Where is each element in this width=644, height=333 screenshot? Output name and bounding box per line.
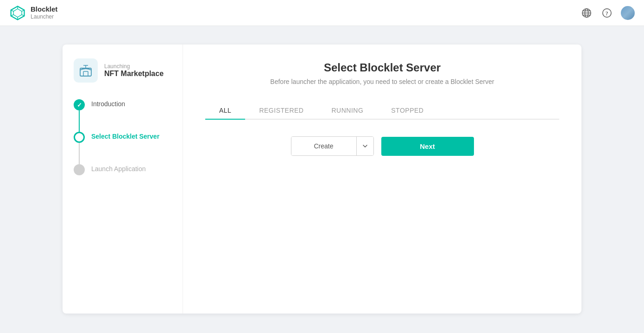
app-info-text: Launching NFT Marketplace	[104, 63, 164, 78]
globe-icon[interactable]	[580, 6, 593, 19]
main-area: Launching NFT Marketplace ✓ Introduction	[0, 26, 644, 333]
app-name: NFT Marketplace	[104, 70, 164, 77]
step-introduction: ✓ Introduction	[74, 99, 171, 132]
tab-running[interactable]: RUNNING	[317, 102, 377, 120]
header-actions: ?	[580, 6, 635, 20]
create-button-wrapper: Create	[291, 136, 374, 156]
launching-label: Launching	[104, 63, 164, 70]
logo-area: Blocklet Launcher	[9, 5, 57, 21]
user-avatar[interactable]	[621, 6, 635, 20]
tab-all[interactable]: ALL	[205, 102, 245, 120]
app-subtitle: Launcher	[31, 13, 57, 20]
step1-dot: ✓	[74, 99, 85, 110]
steps-list: ✓ Introduction Select Blocklet Server	[74, 99, 171, 175]
sidebar: Launching NFT Marketplace ✓ Introduction	[63, 45, 183, 314]
step3-label: Launch Application	[91, 164, 146, 173]
content-subtitle: Before launcher the application, you nee…	[205, 78, 559, 85]
tab-registered[interactable]: REGISTERED	[245, 102, 317, 120]
next-button[interactable]: Next	[381, 137, 474, 156]
svg-rect-16	[83, 71, 88, 76]
step-launch-app: Launch Application	[74, 164, 171, 175]
app-title: Blocklet	[31, 5, 57, 13]
svg-text:?: ?	[606, 10, 608, 16]
tab-stopped[interactable]: STOPPED	[377, 102, 437, 120]
action-buttons: Create Next	[205, 136, 559, 156]
chevron-down-icon	[362, 143, 368, 149]
step1-connector: ✓	[74, 99, 85, 132]
step1-label: Introduction	[91, 99, 125, 108]
logo-text: Blocklet Launcher	[31, 5, 57, 20]
main-card: Launching NFT Marketplace ✓ Introduction	[63, 45, 581, 314]
step-select-server: Select Blocklet Server	[74, 132, 171, 164]
blocklet-logo-icon	[9, 5, 26, 21]
app-info: Launching NFT Marketplace	[74, 58, 171, 83]
step2-label: Select Blocklet Server	[91, 132, 159, 140]
create-dropdown-button[interactable]	[356, 137, 373, 155]
header: Blocklet Launcher ?	[0, 0, 644, 26]
step2-connector	[74, 132, 85, 164]
nft-store-icon	[79, 64, 93, 77]
create-button[interactable]: Create	[291, 137, 356, 155]
step2-line	[79, 143, 80, 164]
svg-marker-1	[13, 9, 22, 17]
app-icon	[74, 58, 98, 83]
content-area: Select Blocklet Server Before launcher t…	[183, 45, 581, 314]
step3-connector	[74, 164, 85, 175]
check-icon: ✓	[77, 102, 82, 109]
server-tabs: ALL REGISTERED RUNNING STOPPED	[205, 102, 559, 120]
help-icon[interactable]: ?	[600, 6, 613, 19]
step1-line	[79, 110, 80, 132]
content-title: Select Blocklet Server	[205, 61, 559, 74]
step2-dot	[74, 132, 85, 143]
step3-dot	[74, 164, 85, 175]
